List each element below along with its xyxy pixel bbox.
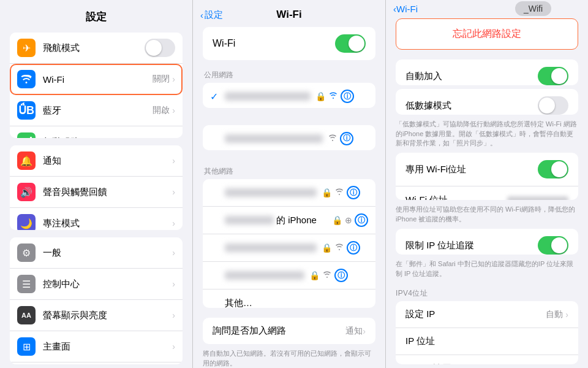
sidebar-item-general[interactable]: ⚙ 一般 › [10,237,183,269]
current-network-label: 公用網路 [203,70,375,80]
private-addr-row: 專用 Wi-Fi位址 [396,153,578,186]
focus-label: 專注模式 [43,218,172,229]
other-networks-list: ✓ 🔒 ⓘ ✓ 的 iPhone 🔒 ⊕ ⓘ [203,179,375,308]
other-network-1[interactable]: ✓ 🔒 ⓘ [203,179,375,207]
svg-rect-3 [30,137,32,138]
limit-track-row: 限制 IP 位址追蹤 [396,229,578,255]
other-net-info-4[interactable]: ⓘ [334,269,348,282]
sidebar-item-wifi[interactable]: Wi-Fi 關閉 › [10,64,183,95]
iphone-info-btn[interactable]: ⓘ [355,213,368,227]
other-net-name-1 [225,188,317,197]
auto-join-label: 自動加入 [405,71,442,82]
bluetooth-right: 開啟 › [153,105,175,116]
wifi-addr-label: Wi-Fi 位址 [405,194,448,201]
wifi-chevron: › [172,74,175,84]
set-ip-value-text: 自動 [546,309,563,320]
ipv4-section: 設定 IP 自動 › IP 位址 子網路遮罩 [396,301,578,364]
wifi-addr-blurred [507,196,568,200]
wifi-status: 關閉 [153,74,170,85]
back-label: 設定 [205,9,223,21]
set-ip-value: 自動 › [546,309,568,320]
airplane-icon: ✈ [17,39,36,57]
other-net-icons-1: 🔒 ⓘ [322,186,360,199]
home-icon: ⊞ [17,337,36,356]
limit-track-desc: 在「郵件」和 Safari 中對已知的追蹤器隱藏您的IP 位址來限制 IP 位址… [396,259,578,278]
forget-network-btn[interactable]: 忘記此網路設定 [396,18,578,50]
signal-icon-6 [322,270,332,280]
connected-network-info-btn[interactable]: ⓘ [341,90,354,103]
public-network-item[interactable]: ✓ ⓘ [203,125,375,150]
low-data-section: 低數據模式 [396,89,578,115]
set-ip-chevron: › [565,310,568,320]
settings-group-1: ✈ 飛航模式 Wi-Fi 關閉 › ǗB 藍牙 開啟 › [10,33,183,138]
other-net-info-3[interactable]: ⓘ [347,241,360,255]
wifi-addr-row: Wi-Fi 位址 [396,186,578,200]
ip-addr-label: IP 位址 [405,335,435,347]
sidebar-item-airplane[interactable]: ✈ 飛航模式 [10,33,183,64]
bt-chevron: › [172,105,175,115]
public-network-info-btn[interactable]: ⓘ [340,132,353,145]
iphone-icons: 🔒 ⊕ ⓘ [332,213,368,227]
other-net-name-4 [225,271,304,280]
notifications-icon: 🔔 [17,151,36,170]
low-data-toggle[interactable] [538,96,568,115]
ask-join-chevron: › [363,326,366,336]
control-icon: ☰ [17,275,36,293]
low-data-desc: 「低數據模式」可協助降低行動網路或您所選特定 Wi-Fi 網路的iPhone 數… [396,120,578,148]
sidebar-item-sounds[interactable]: 🔊 聲音與觸覺回饋 › [10,177,183,208]
ipv4-header: IPV4位址 [396,288,578,299]
back-to-wifi-btn[interactable]: ‹ Wi-Fi [393,4,418,14]
sidebar-item-accessibility[interactable]: 輔助使用 › [10,362,183,364]
sounds-right: › [172,187,175,197]
back-to-settings-btn[interactable]: ‹ 設定 [200,9,223,21]
wifi-addr-value [507,196,568,200]
wifi-panel-header: ‹ 設定 Wi-Fi [193,0,385,27]
auto-join-row: 自動加入 [396,59,578,85]
sidebar-item-focus[interactable]: 🌙 專注模式 › [10,208,183,230]
private-addr-toggle[interactable] [538,160,568,178]
ask-join-row[interactable]: 詢問是否加入網路 通知 › [203,318,375,344]
private-addr-label: 專用 Wi-Fi位址 [405,164,466,175]
other-networks-more[interactable]: ✓ 其他… [203,289,375,308]
notif-chevron: › [172,156,175,166]
sidebar-item-cellular[interactable]: 行動服務 › [10,126,183,138]
control-chevron: › [172,279,175,289]
wifi-master-toggle[interactable] [335,34,366,53]
wifi-panel-title: Wi-Fi [276,9,301,21]
lock-icon-3: 🔒 [322,243,332,253]
network-name-badge: _Wifi [515,1,551,16]
wifi-detail-panel: ‹ Wi-Fi _Wifi 忘記此網路設定 自動加入 低數據模式 「低數據模式」… [386,0,588,368]
other-net-info-1[interactable]: ⓘ [347,186,360,199]
low-data-label: 低數據模式 [405,100,451,112]
home-chevron: › [172,342,175,351]
iphone-name-row: 的 iPhone [225,215,327,226]
checkmark-icon: ✓ [210,91,220,102]
iphone-owner-name [225,216,274,224]
display-right: › [172,310,175,320]
sidebar-item-home[interactable]: ⊞ 主畫面 › [10,331,183,362]
sidebar-item-display[interactable]: AA 螢幕顯示與亮度 › [10,300,183,331]
wifi-addr-desc: 使用專用位址可協助您在使用不同的 Wi-Fi網路時，降低您的 iPhone 被追… [396,205,578,224]
bluetooth-icon: ǗB [17,101,36,120]
other-net-icons-3: 🔒 ⓘ [322,241,360,255]
set-ip-row[interactable]: 設定 IP 自動 › [396,301,578,328]
other-network-3[interactable]: ✓ 🔒 ⓘ [203,234,375,262]
display-icon: AA [17,306,36,324]
sidebar-item-bluetooth[interactable]: ǗB 藍牙 開啟 › [10,95,183,126]
display-label: 螢幕顯示與亮度 [43,310,172,321]
sidebar-item-control[interactable]: ☰ 控制中心 › [10,269,183,300]
sounds-chevron: › [172,187,175,197]
wifi-toggle-label: Wi-Fi [213,38,235,49]
focus-icon: 🌙 [17,214,36,230]
lock-icon-1: 🔒 [322,188,332,197]
cellular-right: › [172,137,175,138]
iphone-hotspot-item[interactable]: ✓ 的 iPhone 🔒 ⊕ ⓘ [203,207,375,234]
sidebar-item-notifications[interactable]: 🔔 通知 › [10,145,183,177]
connected-network-item[interactable]: ✓ 🔒 ⓘ [203,83,375,108]
airplane-toggle[interactable] [145,39,175,57]
ask-join-value: 通知 › [345,326,366,337]
other-network-4[interactable]: ✓ 🔒 ⓘ [203,262,375,289]
public-network-list: ✓ ⓘ [203,125,375,150]
limit-track-toggle[interactable] [538,236,568,255]
auto-join-toggle[interactable] [538,67,568,85]
